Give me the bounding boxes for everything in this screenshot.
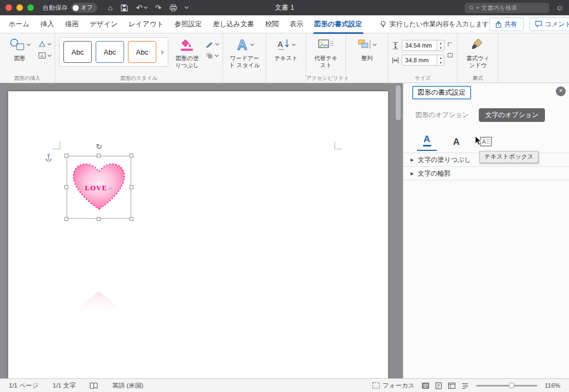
resize-handle-se[interactable]	[130, 217, 133, 221]
tab-layout[interactable]: レイアウト	[123, 15, 169, 34]
view-switcher	[421, 382, 469, 389]
scrollbar-thumb[interactable]	[396, 85, 401, 120]
format-pane-label: 書式ウィンドウ	[464, 55, 492, 68]
resize-handle-n[interactable]	[97, 154, 101, 157]
resize-handle-s[interactable]	[97, 217, 101, 221]
shape-width-stepper[interactable]: 34.8 mm ▲ ▼	[402, 55, 444, 66]
statusbar: 1/1 ページ 1/1 文字 英語 (米国) フォーカス 116%	[0, 378, 569, 392]
text-box-button[interactable]: A	[38, 52, 51, 59]
spin-down-icon[interactable]: ▼	[437, 60, 444, 65]
alt-text-button[interactable]: 代替テキスト	[310, 36, 342, 68]
customize-toolbar-button[interactable]	[185, 7, 188, 8]
shape-style-1[interactable]: Abc	[63, 41, 92, 63]
comment-icon	[535, 21, 542, 27]
shape-style-3[interactable]: Abc	[128, 41, 156, 63]
edit-shape-icon	[38, 40, 46, 48]
close-window-button[interactable]	[5, 4, 12, 11]
document-page[interactable]: ↻ LOVE↵	[8, 91, 388, 378]
pane-tab-text-options[interactable]: 文字のオプション	[479, 108, 545, 122]
shape-height-stepper[interactable]: 34.54 mm ▲ ▼	[402, 40, 444, 51]
spin-up-icon[interactable]: ▲	[437, 40, 444, 45]
shape-outline-button[interactable]	[206, 40, 219, 48]
feedback-smiley-icon[interactable]: ☺	[556, 3, 564, 12]
resize-handle-w[interactable]	[64, 185, 68, 189]
tab-insert[interactable]: 挿入	[35, 15, 60, 34]
tab-draw[interactable]: 描画	[60, 15, 84, 34]
paint-bucket-icon	[181, 39, 193, 48]
close-pane-button[interactable]: ×	[556, 86, 566, 96]
wordart-styles-button[interactable]: A ワードアート スタイル	[227, 36, 262, 68]
comments-button[interactable]: コメント	[529, 17, 569, 31]
zoom-slider[interactable]	[476, 385, 537, 387]
toggle-knob-icon	[73, 5, 79, 11]
arrange-button[interactable]: 整列	[350, 36, 384, 62]
disclosure-icon: ▶	[410, 157, 414, 162]
resize-handle-ne[interactable]	[130, 154, 133, 157]
print-layout-icon[interactable]	[435, 382, 443, 389]
spin-up-icon[interactable]: ▲	[437, 55, 444, 60]
resize-handle-e[interactable]	[130, 185, 133, 189]
fill-color-bar	[181, 49, 193, 51]
shape-effects-button[interactable]	[206, 52, 219, 59]
resize-handle-sw[interactable]	[64, 217, 68, 221]
page-count[interactable]: 1/1 ページ	[9, 382, 38, 390]
shape-style-2[interactable]: Abc	[96, 41, 124, 63]
share-button[interactable]: 共有	[489, 17, 524, 31]
resize-handle-nw[interactable]	[64, 154, 68, 157]
proofing-status[interactable]	[90, 382, 98, 389]
group-size: 34.54 mm ▲ ▼ 34.8 mm ▲ ▼	[388, 33, 457, 83]
read-mode-icon[interactable]	[421, 382, 430, 389]
zoom-slider-thumb[interactable]	[509, 383, 515, 389]
selected-shape[interactable]: ↻ LOVE↵	[67, 156, 131, 219]
tab-design[interactable]: デザイン	[84, 15, 123, 34]
shape-fill-button[interactable]: 図形の塗りつぶし	[171, 36, 203, 68]
home-button[interactable]: ⌂	[108, 4, 113, 11]
print-button[interactable]	[169, 4, 177, 11]
web-layout-icon[interactable]	[448, 382, 456, 389]
redo-button[interactable]: ↷	[155, 4, 162, 11]
focus-mode-button[interactable]: フォーカス	[372, 382, 415, 390]
shape-width-icon	[392, 56, 399, 65]
search-input[interactable]	[481, 4, 544, 11]
tab-review[interactable]: 校閲	[260, 15, 284, 34]
undo-button[interactable]: ↶	[136, 4, 147, 11]
crop-corner-icon[interactable]	[447, 42, 453, 47]
insert-shape-button[interactable]: 図形	[4, 36, 36, 62]
tab-home[interactable]: ホーム	[3, 15, 35, 34]
gallery-more-button[interactable]: ›	[160, 47, 164, 57]
outline-view-icon[interactable]	[461, 382, 469, 389]
fullscreen-window-button[interactable]	[27, 4, 34, 11]
save-button[interactable]	[121, 4, 128, 11]
pane-icon-row: A A A	[419, 130, 494, 147]
chevron-down-icon	[48, 52, 51, 56]
text-fill-outline-icon[interactable]: A	[419, 134, 435, 147]
size-dialog-icon[interactable]	[447, 52, 453, 58]
section-text-outline[interactable]: ▶ 文字の輪郭	[403, 166, 569, 180]
svg-text:A: A	[278, 40, 283, 49]
vertical-scrollbar[interactable]	[396, 84, 401, 377]
word-count[interactable]: 1/1 文字	[52, 382, 75, 390]
pane-tabs: 図形のオプション 文字のオプション	[414, 108, 545, 122]
tab-mailings[interactable]: 差し込み文書	[207, 15, 260, 34]
edit-shape-button[interactable]	[38, 40, 51, 48]
tab-references[interactable]: 参照設定	[169, 15, 207, 34]
shape-fill-label: 図形の塗りつぶし	[173, 55, 201, 68]
rotate-handle[interactable]: ↻	[96, 143, 102, 150]
autosave-toggle[interactable]: オフ	[71, 3, 97, 13]
tab-shape-format[interactable]: 図形の書式設定	[309, 15, 368, 34]
zoom-percent[interactable]: 116%	[544, 382, 560, 389]
document-canvas[interactable]: ↻ LOVE↵	[0, 83, 403, 378]
tellme-box[interactable]: 実行したい作業内容を入力します	[380, 20, 489, 29]
pane-tab-shape-options[interactable]: 図形のオプション	[414, 108, 470, 122]
titlebar: 自動保存 オフ ⌂ ↶ ↷ 文書 1 ☺	[0, 0, 569, 15]
proofing-book-icon	[90, 382, 98, 389]
language-status[interactable]: 英語 (米国)	[112, 382, 143, 390]
spin-down-icon[interactable]: ▼	[437, 45, 444, 50]
tab-view[interactable]: 表示	[284, 15, 309, 34]
print-icon	[169, 4, 177, 11]
text-effects-icon[interactable]: A	[448, 137, 465, 147]
format-pane-button[interactable]: 書式ウィンドウ	[461, 36, 494, 68]
minimize-window-button[interactable]	[16, 4, 23, 11]
text-direction-button[interactable]: A テキスト	[270, 36, 302, 62]
search-box[interactable]	[465, 3, 549, 13]
